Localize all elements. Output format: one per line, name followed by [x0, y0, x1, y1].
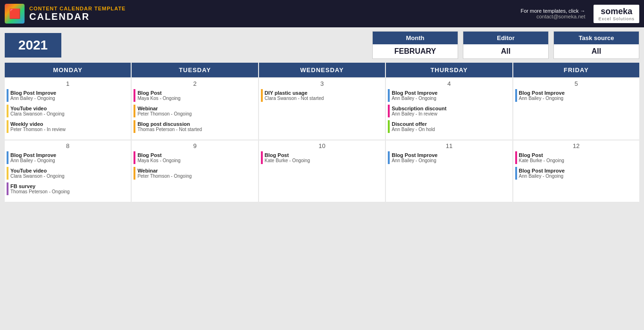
month-label: Month [373, 32, 458, 44]
task-meta: Thomas Peterson - Ongoing [10, 189, 129, 194]
day-header-tuesday: TUESDAY [132, 63, 258, 77]
task-item: Blog Post Kate Burke - Ongoing [515, 151, 637, 164]
top-header: 🟥 CONTENT CALENDAR TEMPLATE CALENDAR For… [0, 0, 644, 27]
calendar-day-1: 1 Blog Post Improve Ann Bailey - Ongoing… [5, 78, 131, 140]
task-meta: Kate Burke - Ongoing [265, 158, 383, 163]
task-title: Blog Post [265, 152, 383, 158]
calendar-day-11: 11 Blog Post Improve Ann Bailey - Ongoin… [386, 140, 512, 202]
task-title: Blog Post [137, 152, 256, 158]
calendar-week-2: 8 Blog Post Improve Ann Bailey - Ongoing… [5, 140, 639, 202]
task-item: Subscription discount Ann Bailey - In re… [388, 105, 510, 117]
task-item: Blog Post Improve Ann Bailey - Ongoing [7, 89, 129, 102]
day-number: 10 [261, 142, 383, 149]
task-title: Webinar [137, 106, 256, 111]
calendar-day-8: 8 Blog Post Improve Ann Bailey - Ongoing… [5, 140, 131, 202]
task-item: Discount offer Ann Bailey - On hold [388, 120, 510, 133]
task-meta: Ann Bailey - Ongoing [392, 96, 510, 101]
header-contact: contact@someka.net [521, 14, 585, 19]
day-header-wednesday: WEDNESDAY [259, 63, 385, 77]
task-meta: Ann Bailey - Ongoing [10, 96, 129, 101]
day-header-friday: FRIDAY [513, 63, 639, 77]
task-meta: Ann Bailey - Ongoing [10, 158, 129, 163]
month-filter[interactable]: Month FEBRUARY [372, 31, 458, 59]
calendar-week-1: 1 Blog Post Improve Ann Bailey - Ongoing… [5, 78, 639, 140]
task-title: YouTube video [10, 168, 129, 173]
month-value[interactable]: FEBRUARY [373, 44, 458, 58]
task-meta: Peter Thomson - Ongoing [137, 111, 256, 116]
logo-icon: 🟥 [5, 4, 25, 24]
calendar-day-3: 3 DIY plastic usage Clara Swanson - Not … [259, 78, 385, 140]
calendar-day-4: 4 Blog Post Improve Ann Bailey - Ongoing… [386, 78, 512, 140]
task-item: Blog Post Improve Ann Bailey - Ongoing [388, 89, 510, 102]
task-item: Weekly video Peter Thomson - In review [7, 120, 129, 133]
day-header-thursday: THURSDAY [386, 63, 512, 77]
task-meta: Ann Bailey - On hold [392, 127, 510, 132]
day-number: 2 [134, 80, 256, 87]
day-number: 3 [261, 80, 383, 87]
task-title: DIY plastic usage [265, 90, 383, 96]
header-click-text[interactable]: For more templates, click → [521, 8, 585, 14]
day-number: 5 [515, 80, 637, 87]
task-title: FB survey [10, 183, 129, 189]
task-item: FB survey Thomas Peterson - Ongoing [7, 182, 129, 195]
task-source-value[interactable]: All [554, 44, 639, 58]
header-main-title: CALENDAR [29, 11, 125, 22]
day-number: 8 [7, 142, 129, 149]
day-number: 9 [134, 142, 256, 149]
task-item: Blog Post Improve Ann Bailey - Ongoing [388, 151, 510, 164]
task-item: Blog Post Improve Ann Bailey - Ongoing [515, 167, 637, 180]
header-text-block: For more templates, click → contact@some… [521, 8, 585, 19]
brand-name: someka [601, 7, 632, 16]
filter-row: 2021 Month FEBRUARY Editor All Task sour… [0, 27, 644, 63]
task-meta: Thomas Peterson - Not started [137, 127, 256, 132]
task-title: Discount offer [392, 121, 510, 127]
editor-label: Editor [463, 32, 548, 44]
task-title: Subscription discount [392, 106, 510, 111]
task-item: Webinar Peter Thomson - Ongoing [134, 105, 256, 117]
day-header-monday: MONDAY [5, 63, 131, 77]
task-title: Webinar [137, 168, 256, 173]
header-subtitle: CONTENT CALENDAR TEMPLATE [29, 6, 125, 11]
calendar-day-9: 9 Blog Post Maya Kos - Ongoing Webinar P… [132, 140, 258, 202]
task-meta: Clara Swanson - Ongoing [10, 173, 129, 179]
task-meta: Ann Bailey - Ongoing [519, 96, 637, 101]
task-meta: Ann Bailey - In review [392, 111, 510, 116]
calendar-header-row: MONDAY TUESDAY WEDNESDAY THURSDAY FRIDAY [5, 63, 639, 77]
task-item: Blog Post Improve Ann Bailey - Ongoing [7, 151, 129, 164]
task-item: Blog Post Maya Kos - Ongoing [134, 89, 256, 102]
task-title: Blog Post Improve [10, 152, 129, 158]
task-title: Weekly video [10, 121, 129, 127]
task-title: Blog Post [519, 152, 637, 158]
calendar-container: MONDAY TUESDAY WEDNESDAY THURSDAY FRIDAY… [0, 63, 644, 207]
task-meta: Clara Swanson - Not started [265, 96, 383, 101]
task-meta: Ann Bailey - Ongoing [392, 158, 510, 163]
task-source-filter[interactable]: Task source All [553, 31, 639, 59]
task-title: Blog Post Improve [10, 90, 129, 96]
calendar-day-5: 5 Blog Post Improve Ann Bailey - Ongoing [513, 78, 639, 140]
task-item: YouTube video Clara Swanson - Ongoing [7, 167, 129, 180]
task-item: Blog post discussion Thomas Peterson - N… [134, 120, 256, 133]
logo-area: 🟥 CONTENT CALENDAR TEMPLATE CALENDAR [5, 4, 125, 24]
day-number: 1 [7, 80, 129, 87]
task-item: Blog Post Maya Kos - Ongoing [134, 151, 256, 164]
calendar-day-10: 10 Blog Post Kate Burke - Ongoing [259, 140, 385, 202]
brand-sub: Excel Solutions [598, 16, 635, 21]
task-item: DIY plastic usage Clara Swanson - Not st… [261, 89, 383, 102]
task-meta: Maya Kos - Ongoing [137, 96, 256, 101]
task-meta: Maya Kos - Ongoing [137, 158, 256, 163]
day-number: 4 [388, 80, 510, 87]
task-title: Blog Post [137, 90, 256, 96]
task-title: Blog Post Improve [392, 90, 510, 96]
task-item: Webinar Peter Thomson - Ongoing [134, 167, 256, 180]
task-item: YouTube video Clara Swanson - Ongoing [7, 105, 129, 117]
day-number: 11 [388, 142, 510, 149]
task-title: Blog Post Improve [519, 168, 637, 173]
task-meta: Kate Burke - Ongoing [519, 158, 637, 163]
task-meta: Ann Bailey - Ongoing [519, 173, 637, 179]
editor-filter[interactable]: Editor All [463, 31, 549, 59]
task-meta: Clara Swanson - Ongoing [10, 111, 129, 116]
editor-value[interactable]: All [463, 44, 548, 58]
task-title: YouTube video [10, 106, 129, 111]
task-source-label: Task source [554, 32, 639, 44]
calendar-day-12: 12 Blog Post Kate Burke - Ongoing Blog P… [513, 140, 639, 202]
